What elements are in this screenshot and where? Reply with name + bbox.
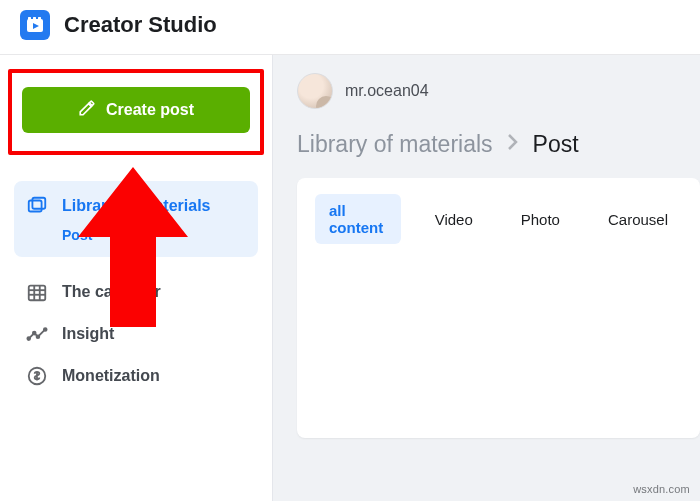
content-card: all content Video Photo Carousel: [297, 178, 700, 438]
breadcrumb-root[interactable]: Library of materials: [297, 131, 493, 158]
svg-point-15: [44, 328, 47, 331]
sidebar-item-monetization[interactable]: Monetization: [14, 355, 258, 397]
watermark: wsxdn.com: [633, 483, 690, 495]
header: Creator Studio: [0, 0, 700, 54]
tab-video[interactable]: Video: [421, 203, 487, 236]
sidebar-item-label: The calendar: [62, 283, 161, 301]
svg-rect-7: [29, 286, 46, 301]
compose-icon: [78, 99, 96, 121]
highlight-box: Create post: [8, 69, 264, 155]
tab-carousel[interactable]: Carousel: [594, 203, 682, 236]
user-row[interactable]: mr.ocean04: [297, 73, 700, 109]
insight-icon: [26, 323, 48, 345]
calendar-icon: [26, 281, 48, 303]
svg-rect-5: [29, 201, 42, 212]
sidebar-item-label: Library of materials: [62, 197, 211, 215]
sidebar-item-library[interactable]: Library of materials Post: [14, 181, 258, 257]
tab-all-content[interactable]: all content: [315, 194, 401, 244]
sidebar-nav: Library of materials Post The calendar: [0, 165, 272, 413]
chevron-right-icon: [507, 133, 519, 156]
sidebar-item-insight[interactable]: Insight: [14, 313, 258, 355]
svg-point-12: [27, 337, 30, 340]
breadcrumb-leaf: Post: [533, 131, 579, 158]
monetization-icon: [26, 365, 48, 387]
breadcrumb: Library of materials Post: [297, 131, 700, 158]
create-post-button[interactable]: Create post: [22, 87, 250, 133]
creator-studio-logo-icon: [20, 10, 50, 40]
svg-rect-6: [32, 198, 45, 209]
library-icon: [26, 195, 48, 217]
tab-photo[interactable]: Photo: [507, 203, 574, 236]
main-content: mr.ocean04 Library of materials Post all…: [272, 55, 700, 501]
svg-point-13: [33, 332, 36, 335]
sidebar-item-calendar[interactable]: The calendar: [14, 271, 258, 313]
page-title: Creator Studio: [64, 12, 217, 38]
username: mr.ocean04: [345, 82, 429, 100]
sidebar-subitem-post[interactable]: Post: [26, 227, 246, 243]
svg-rect-2: [33, 17, 36, 20]
sidebar: Create post Library of materials Post: [0, 55, 272, 501]
avatar: [297, 73, 333, 109]
sidebar-item-label: Insight: [62, 325, 114, 343]
create-post-label: Create post: [106, 101, 194, 119]
svg-rect-1: [28, 17, 31, 20]
svg-rect-4: [80, 101, 94, 115]
sidebar-item-label: Monetization: [62, 367, 160, 385]
svg-rect-3: [38, 17, 41, 20]
content-tabs: all content Video Photo Carousel: [315, 194, 682, 244]
svg-point-14: [37, 335, 40, 338]
